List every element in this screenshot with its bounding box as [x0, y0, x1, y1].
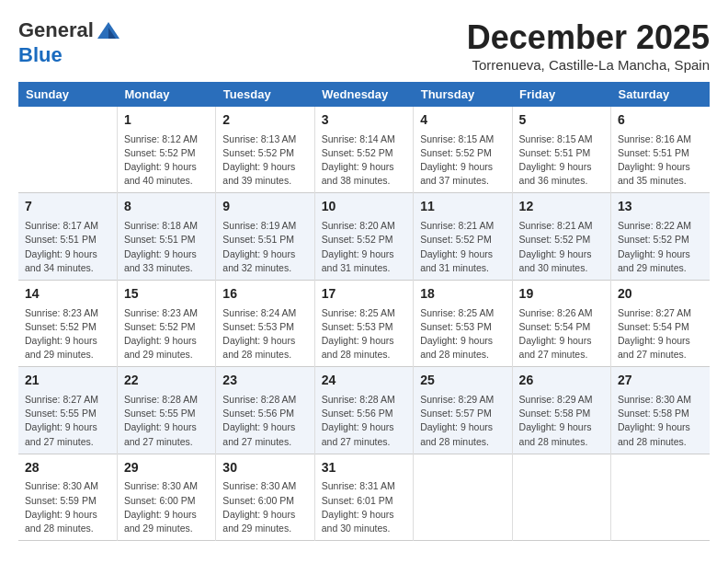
calendar-cell: 1Sunrise: 8:12 AM Sunset: 5:52 PM Daylig…	[117, 107, 215, 193]
day-number: 24	[322, 372, 406, 390]
column-header-friday: Friday	[512, 82, 610, 107]
week-row-3: 14Sunrise: 8:23 AM Sunset: 5:52 PM Dayli…	[18, 280, 710, 366]
day-number: 10	[322, 198, 406, 216]
day-number: 7	[25, 198, 110, 216]
day-number: 22	[124, 372, 209, 390]
calendar-cell: 18Sunrise: 8:25 AM Sunset: 5:53 PM Dayli…	[414, 280, 512, 366]
calendar-cell: 15Sunrise: 8:23 AM Sunset: 5:52 PM Dayli…	[117, 280, 215, 366]
week-row-4: 21Sunrise: 8:27 AM Sunset: 5:55 PM Dayli…	[18, 367, 710, 454]
calendar-cell: 4Sunrise: 8:15 AM Sunset: 5:52 PM Daylig…	[414, 107, 512, 193]
day-number: 18	[420, 285, 505, 304]
day-info: Sunrise: 8:12 AM Sunset: 5:52 PM Dayligh…	[124, 132, 209, 189]
day-number: 25	[420, 372, 505, 390]
day-number: 27	[618, 372, 703, 390]
calendar-cell: 11Sunrise: 8:21 AM Sunset: 5:52 PM Dayli…	[414, 193, 512, 280]
day-number: 19	[519, 285, 604, 304]
calendar-title: December 2025	[467, 18, 710, 57]
calendar-cell: 8Sunrise: 8:18 AM Sunset: 5:51 PM Daylig…	[117, 193, 215, 280]
column-header-tuesday: Tuesday	[216, 82, 314, 107]
day-info: Sunrise: 8:13 AM Sunset: 5:52 PM Dayligh…	[222, 132, 307, 189]
day-number: 5	[519, 111, 604, 130]
day-number: 12	[519, 198, 604, 216]
day-info: Sunrise: 8:27 AM Sunset: 5:55 PM Dayligh…	[25, 393, 110, 449]
week-row-1: 1Sunrise: 8:12 AM Sunset: 5:52 PM Daylig…	[18, 107, 710, 193]
column-header-sunday: Sunday	[18, 82, 117, 107]
day-info: Sunrise: 8:30 AM Sunset: 6:00 PM Dayligh…	[222, 479, 307, 535]
calendar-cell	[18, 107, 117, 193]
day-number: 13	[618, 198, 703, 216]
day-number: 20	[618, 285, 703, 304]
logo-blue: Blue	[18, 43, 63, 66]
calendar-cell: 2Sunrise: 8:13 AM Sunset: 5:52 PM Daylig…	[216, 107, 314, 193]
day-number: 14	[25, 285, 110, 304]
day-info: Sunrise: 8:16 AM Sunset: 5:51 PM Dayligh…	[618, 132, 703, 189]
calendar-cell: 22Sunrise: 8:28 AM Sunset: 5:55 PM Dayli…	[117, 367, 215, 454]
calendar-cell: 17Sunrise: 8:25 AM Sunset: 5:53 PM Dayli…	[314, 280, 413, 366]
day-info: Sunrise: 8:31 AM Sunset: 6:01 PM Dayligh…	[322, 479, 406, 535]
calendar-cell: 19Sunrise: 8:26 AM Sunset: 5:54 PM Dayli…	[512, 280, 610, 366]
column-header-thursday: Thursday	[414, 82, 512, 107]
day-info: Sunrise: 8:26 AM Sunset: 5:54 PM Dayligh…	[519, 306, 604, 362]
calendar-cell	[611, 454, 710, 540]
calendar-cell: 14Sunrise: 8:23 AM Sunset: 5:52 PM Dayli…	[18, 280, 117, 366]
calendar-cell: 29Sunrise: 8:30 AM Sunset: 6:00 PM Dayli…	[117, 454, 215, 540]
day-number: 17	[322, 285, 406, 304]
day-info: Sunrise: 8:30 AM Sunset: 6:00 PM Dayligh…	[124, 479, 209, 535]
day-number: 1	[124, 111, 209, 130]
day-info: Sunrise: 8:21 AM Sunset: 5:52 PM Dayligh…	[420, 219, 505, 275]
day-info: Sunrise: 8:28 AM Sunset: 5:56 PM Dayligh…	[322, 393, 406, 449]
day-info: Sunrise: 8:17 AM Sunset: 5:51 PM Dayligh…	[25, 219, 110, 275]
day-info: Sunrise: 8:21 AM Sunset: 5:52 PM Dayligh…	[519, 219, 604, 275]
calendar-cell: 26Sunrise: 8:29 AM Sunset: 5:58 PM Dayli…	[512, 367, 610, 454]
day-info: Sunrise: 8:14 AM Sunset: 5:52 PM Dayligh…	[322, 132, 406, 189]
title-block: December 2025 Torrenueva, Castille-La Ma…	[467, 18, 710, 73]
day-number: 6	[618, 111, 703, 130]
calendar-cell: 28Sunrise: 8:30 AM Sunset: 5:59 PM Dayli…	[18, 454, 117, 540]
column-header-monday: Monday	[117, 82, 215, 107]
day-number: 30	[222, 459, 307, 477]
calendar-cell: 24Sunrise: 8:28 AM Sunset: 5:56 PM Dayli…	[314, 367, 413, 454]
day-info: Sunrise: 8:30 AM Sunset: 5:58 PM Dayligh…	[618, 393, 703, 449]
calendar-cell: 27Sunrise: 8:30 AM Sunset: 5:58 PM Dayli…	[611, 367, 710, 454]
column-header-saturday: Saturday	[611, 82, 710, 107]
week-row-2: 7Sunrise: 8:17 AM Sunset: 5:51 PM Daylig…	[18, 193, 710, 280]
day-info: Sunrise: 8:25 AM Sunset: 5:53 PM Dayligh…	[322, 306, 406, 362]
day-info: Sunrise: 8:24 AM Sunset: 5:53 PM Dayligh…	[222, 306, 307, 362]
day-info: Sunrise: 8:29 AM Sunset: 5:57 PM Dayligh…	[420, 393, 505, 449]
day-number: 21	[25, 372, 110, 390]
day-number: 3	[322, 111, 406, 130]
day-number: 4	[420, 111, 505, 130]
calendar-cell: 12Sunrise: 8:21 AM Sunset: 5:52 PM Dayli…	[512, 193, 610, 280]
calendar-cell: 5Sunrise: 8:15 AM Sunset: 5:51 PM Daylig…	[512, 107, 610, 193]
calendar-cell: 16Sunrise: 8:24 AM Sunset: 5:53 PM Dayli…	[216, 280, 314, 366]
calendar-cell: 31Sunrise: 8:31 AM Sunset: 6:01 PM Dayli…	[314, 454, 413, 540]
day-number: 29	[124, 459, 209, 477]
logo-icon	[96, 18, 121, 44]
calendar-cell: 30Sunrise: 8:30 AM Sunset: 6:00 PM Dayli…	[216, 454, 314, 540]
calendar-cell: 13Sunrise: 8:22 AM Sunset: 5:52 PM Dayli…	[611, 193, 710, 280]
day-info: Sunrise: 8:28 AM Sunset: 5:55 PM Dayligh…	[124, 393, 209, 449]
day-info: Sunrise: 8:18 AM Sunset: 5:51 PM Dayligh…	[124, 219, 209, 275]
day-info: Sunrise: 8:27 AM Sunset: 5:54 PM Dayligh…	[618, 306, 703, 362]
day-number: 28	[25, 459, 110, 477]
day-info: Sunrise: 8:25 AM Sunset: 5:53 PM Dayligh…	[420, 306, 505, 362]
calendar-cell: 6Sunrise: 8:16 AM Sunset: 5:51 PM Daylig…	[611, 107, 710, 193]
day-number: 23	[222, 372, 307, 390]
day-info: Sunrise: 8:23 AM Sunset: 5:52 PM Dayligh…	[25, 306, 110, 362]
calendar-cell: 20Sunrise: 8:27 AM Sunset: 5:54 PM Dayli…	[611, 280, 710, 366]
calendar-cell	[512, 454, 610, 540]
day-info: Sunrise: 8:19 AM Sunset: 5:51 PM Dayligh…	[222, 219, 307, 275]
day-info: Sunrise: 8:15 AM Sunset: 5:51 PM Dayligh…	[519, 132, 604, 189]
day-number: 15	[124, 285, 209, 304]
week-row-5: 28Sunrise: 8:30 AM Sunset: 5:59 PM Dayli…	[18, 454, 710, 540]
day-number: 9	[222, 198, 307, 216]
calendar-cell: 21Sunrise: 8:27 AM Sunset: 5:55 PM Dayli…	[18, 367, 117, 454]
day-info: Sunrise: 8:28 AM Sunset: 5:56 PM Dayligh…	[222, 393, 307, 449]
day-number: 31	[322, 459, 406, 477]
day-info: Sunrise: 8:20 AM Sunset: 5:52 PM Dayligh…	[322, 219, 406, 275]
calendar-cell	[414, 454, 512, 540]
calendar-cell: 23Sunrise: 8:28 AM Sunset: 5:56 PM Dayli…	[216, 367, 314, 454]
day-info: Sunrise: 8:29 AM Sunset: 5:58 PM Dayligh…	[519, 393, 604, 449]
calendar-cell: 9Sunrise: 8:19 AM Sunset: 5:51 PM Daylig…	[216, 193, 314, 280]
day-number: 2	[222, 111, 307, 130]
